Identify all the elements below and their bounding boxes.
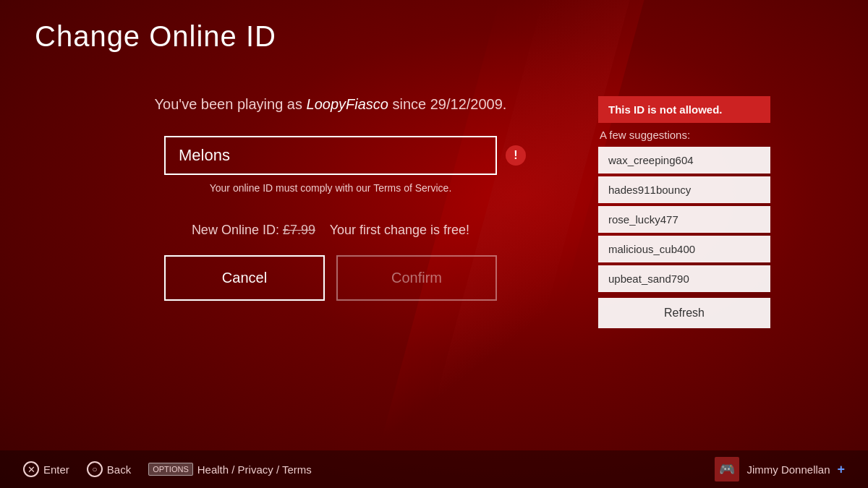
suggestions-panel: This ID is not allowed. A few suggestion… — [598, 96, 770, 328]
suggestion-item[interactable]: upbeat_sand790 — [598, 265, 770, 292]
footer-options: OPTIONS Health / Privacy / Terms — [148, 463, 312, 476]
price-line: New Online ID: £7.99 Your first change i… — [192, 223, 469, 238]
playing-as-pre: You've been playing as — [155, 96, 307, 112]
page-title: Change Online ID — [35, 20, 833, 53]
tos-text: Your online ID must comply with our Term… — [210, 182, 452, 194]
online-id-input[interactable] — [164, 136, 497, 175]
footer-enter: ✕ Enter — [23, 461, 69, 477]
suggestion-item[interactable]: wax_creeping604 — [598, 147, 770, 174]
header: Change Online ID — [0, 0, 868, 53]
footer-back: ○ Back — [87, 461, 131, 477]
footer-left: ✕ Enter ○ Back OPTIONS Health / Privacy … — [23, 461, 312, 477]
suggestion-item[interactable]: malicious_cub400 — [598, 236, 770, 262]
price-label: New Online ID: — [192, 223, 279, 237]
user-name: Jimmy Donnellan — [746, 463, 830, 476]
main-area: You've been playing as LoopyFiasco since… — [0, 53, 868, 328]
back-label: Back — [107, 463, 131, 476]
username-display: LoopyFiasco — [307, 96, 388, 112]
enter-label: Enter — [43, 463, 69, 476]
free-text: Your first change is free! — [330, 223, 469, 237]
options-label: Health / Privacy / Terms — [197, 463, 312, 476]
refresh-button[interactable]: Refresh — [598, 298, 770, 328]
circle-button-icon: ○ — [87, 461, 103, 477]
page-content: Change Online ID You've been playing as … — [0, 0, 868, 488]
price-value: £7.99 — [283, 223, 315, 237]
confirm-button[interactable]: Confirm — [336, 255, 497, 301]
x-button-icon: ✕ — [23, 461, 39, 477]
cancel-button[interactable]: Cancel — [164, 255, 325, 301]
suggestions-label: A few suggestions: — [598, 129, 770, 141]
footer: ✕ Enter ○ Back OPTIONS Health / Privacy … — [0, 450, 868, 488]
options-badge: OPTIONS — [148, 463, 193, 476]
ps-plus-icon: + — [837, 462, 845, 477]
error-banner: This ID is not allowed. — [598, 96, 770, 123]
avatar: 🎮 — [715, 457, 739, 481]
footer-right: 🎮 Jimmy Donnellan + — [715, 457, 845, 481]
suggestion-item[interactable]: hades911bouncy — [598, 176, 770, 203]
playing-as-post: since 29/12/2009. — [388, 96, 506, 112]
left-panel: You've been playing as LoopyFiasco since… — [63, 96, 598, 301]
suggestion-item[interactable]: rose_lucky477 — [598, 206, 770, 233]
button-row: Cancel Confirm — [164, 255, 497, 301]
playing-as-text: You've been playing as LoopyFiasco since… — [155, 96, 507, 113]
error-icon: ! — [506, 145, 526, 166]
input-wrapper: ! — [164, 136, 497, 175]
